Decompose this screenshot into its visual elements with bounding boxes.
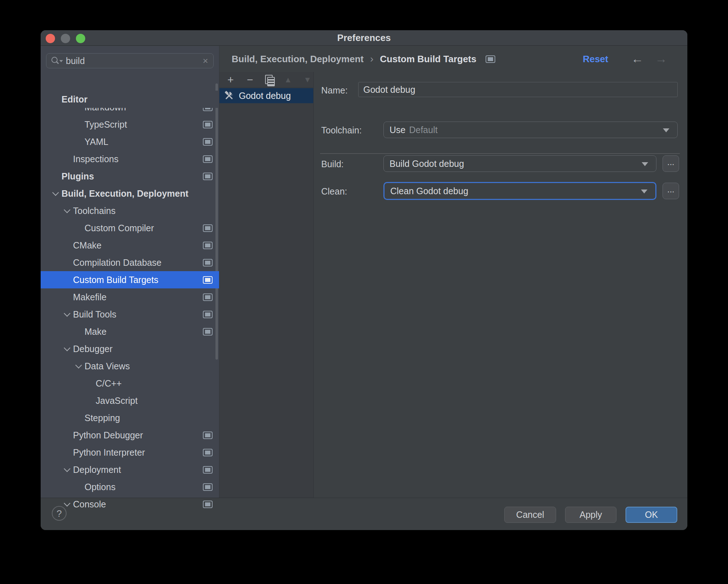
- sidebar-item-plugins[interactable]: Plugins: [41, 168, 219, 185]
- chevron-down-icon[interactable]: [49, 192, 62, 195]
- sidebar-item-label: Makefile: [73, 292, 106, 302]
- sidebar-item-label: Python Interpreter: [73, 447, 145, 458]
- sidebar-item-build-tools[interactable]: Build Tools: [41, 306, 219, 323]
- add-target-button[interactable]: +: [225, 73, 236, 87]
- settings-found-icon: [203, 242, 213, 249]
- settings-found-icon: [203, 449, 213, 456]
- build-value: Build Godot debug: [390, 159, 464, 169]
- dropdown-arrow-icon: [642, 162, 648, 166]
- chevron-down-icon[interactable]: [61, 469, 73, 471]
- settings-found-icon: [203, 293, 213, 301]
- settings-search-box[interactable]: ×: [46, 53, 214, 68]
- move-up-button: ▲: [283, 73, 294, 87]
- clean-more-button[interactable]: ...: [663, 183, 679, 199]
- target-name-input[interactable]: [358, 82, 678, 97]
- search-input[interactable]: [63, 56, 197, 66]
- settings-found-icon: [486, 55, 495, 63]
- chevron-down-icon[interactable]: [61, 210, 73, 212]
- name-label: Name:: [321, 85, 348, 96]
- sidebar-item-custom-build-targets[interactable]: Custom Build Targets: [41, 271, 219, 288]
- sidebar-item-options[interactable]: Options: [41, 478, 219, 496]
- ok-button[interactable]: OK: [625, 507, 677, 523]
- sidebar-item-compilation-database[interactable]: Compilation Database: [41, 254, 219, 271]
- build-dropdown[interactable]: Build Godot debug: [383, 155, 656, 172]
- chevron-down-icon[interactable]: [72, 365, 85, 368]
- sidebar-item-makefile[interactable]: Makefile: [41, 288, 219, 306]
- sidebar-item-label: Build, Execution, Deployment: [62, 188, 188, 199]
- reset-link[interactable]: Reset: [583, 46, 608, 72]
- sidebar-item-javascript[interactable]: JavaScript: [41, 392, 219, 409]
- breadcrumb-current: Custom Build Targets: [380, 54, 476, 65]
- target-settings-form: Name: Toolchain: Use Default Build: Buil…: [314, 72, 687, 498]
- duplicate-target-button[interactable]: [264, 74, 274, 86]
- settings-found-icon: [203, 138, 213, 146]
- sidebar-item-console[interactable]: Console: [41, 496, 219, 513]
- breadcrumb-parent[interactable]: Build, Execution, Deployment: [232, 54, 364, 65]
- sidebar-item-cmake[interactable]: CMake: [41, 237, 219, 254]
- target-item-godot-debug[interactable]: Godot debug: [219, 88, 313, 103]
- settings-found-icon: [203, 328, 213, 336]
- form-divider: [320, 153, 680, 154]
- clean-value: Clean Godot debug: [390, 186, 468, 196]
- sidebar-item-label: Plugins: [62, 171, 94, 182]
- preferences-window: Preferences × EditorMarkdownTypeScriptYA…: [41, 30, 687, 530]
- chevron-down-icon[interactable]: [61, 503, 73, 506]
- apply-button[interactable]: Apply: [565, 507, 616, 523]
- sidebar-item-label: Custom Build Targets: [73, 275, 158, 285]
- settings-found-icon: [203, 432, 213, 439]
- sidebar-item-deployment[interactable]: Deployment: [41, 461, 219, 478]
- dropdown-arrow-icon: [641, 190, 647, 193]
- sidebar-item-label: Data Views: [85, 361, 130, 371]
- sidebar-item-python-debugger[interactable]: Python Debugger: [41, 426, 219, 444]
- sidebar-item-stepping[interactable]: Stepping: [41, 409, 219, 426]
- settings-found-icon: [203, 501, 213, 508]
- window-title: Preferences: [41, 30, 687, 46]
- sidebar-item-typescript[interactable]: TypeScript: [41, 116, 219, 133]
- sidebar-item-build-execution-deployment[interactable]: Build, Execution, Deployment: [41, 185, 219, 202]
- clear-search-icon[interactable]: ×: [197, 55, 213, 67]
- sidebar-item-c-c[interactable]: C/C++: [41, 375, 219, 392]
- cancel-button[interactable]: Cancel: [504, 507, 556, 523]
- settings-found-icon: [203, 483, 213, 491]
- sidebar-item-custom-compiler[interactable]: Custom Compiler: [41, 219, 219, 237]
- sidebar-item-data-views[interactable]: Data Views: [41, 357, 219, 375]
- sidebar-item-make[interactable]: Make: [41, 323, 219, 340]
- sidebar-item-label: Stepping: [85, 413, 120, 423]
- sidebar-item-label: Options: [85, 482, 115, 492]
- sidebar-tree: EditorMarkdownTypeScriptYAMLInspectionsP…: [41, 88, 219, 514]
- sidebar-item-yaml[interactable]: YAML: [41, 133, 219, 150]
- forward-arrow-icon: →: [655, 46, 667, 72]
- clean-dropdown[interactable]: Clean Godot debug: [383, 182, 656, 200]
- sidebar-item-label: Inspections: [73, 154, 118, 164]
- sidebar-item-python-interpreter[interactable]: Python Interpreter: [41, 444, 219, 461]
- sidebar-item-toolchains[interactable]: Toolchains: [41, 202, 219, 219]
- sidebar-item-label: C/C++: [96, 378, 122, 389]
- sidebar-item-label: Debugger: [73, 344, 113, 354]
- build-more-button[interactable]: ...: [663, 155, 679, 172]
- sidebar-item-debugger[interactable]: Debugger: [41, 340, 219, 357]
- remove-target-button[interactable]: −: [245, 73, 255, 87]
- toolchain-value: Default: [409, 125, 437, 135]
- sidebar-item-label: JavaScript: [96, 396, 138, 406]
- sidebar-item-label: TypeScript: [85, 119, 127, 130]
- build-targets-list-panel: + − ▲ ▼ Godot debug: [219, 72, 314, 498]
- sidebar-item-editor[interactable]: Editor: [41, 91, 219, 108]
- chevron-down-icon[interactable]: [61, 348, 73, 350]
- build-target-icon: [224, 91, 234, 101]
- chevron-down-icon[interactable]: [61, 313, 73, 316]
- sidebar-item-label: Editor: [62, 94, 87, 105]
- settings-found-icon: [203, 224, 213, 232]
- toolchain-dropdown[interactable]: Use Default: [383, 122, 678, 138]
- settings-found-icon: [203, 466, 213, 474]
- back-arrow-icon[interactable]: ←: [631, 46, 643, 72]
- sidebar-item-inspections[interactable]: Inspections: [41, 150, 219, 168]
- search-history-chevron-icon: [59, 60, 63, 62]
- search-icon[interactable]: [51, 56, 63, 65]
- clean-label: Clean:: [321, 186, 347, 197]
- sidebar-item-label: Compilation Database: [73, 257, 161, 268]
- settings-found-icon: [203, 155, 213, 163]
- targets-toolbar: + − ▲ ▼: [219, 72, 313, 88]
- sidebar-item-label: Deployment: [73, 465, 121, 475]
- dropdown-arrow-icon: [663, 128, 669, 132]
- sidebar-item-label: Build Tools: [73, 309, 116, 320]
